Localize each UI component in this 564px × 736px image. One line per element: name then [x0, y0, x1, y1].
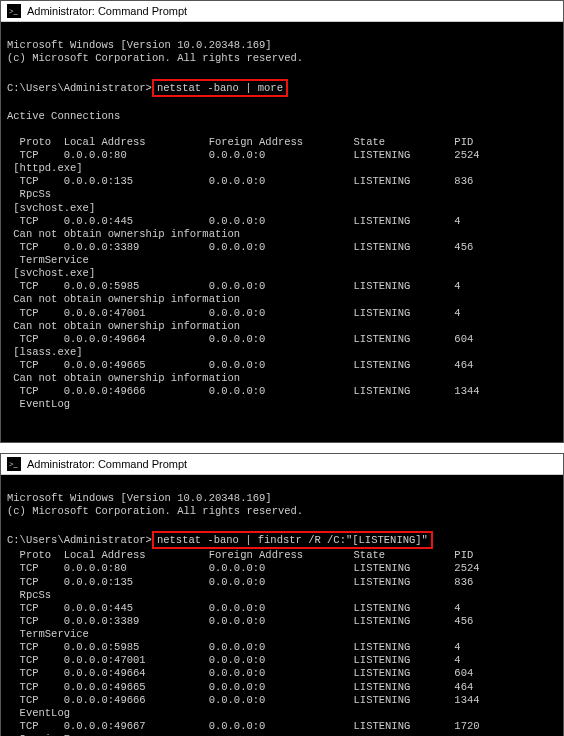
- netstat-rows-2: TCP 0.0.0.0:80 0.0.0.0:0 LISTENING 2524 …: [7, 562, 557, 736]
- netstat-row: TCP 0.0.0.0:47001 0.0.0.0:0 LISTENING 4: [7, 307, 557, 320]
- netstat-row: TCP 0.0.0.0:47001 0.0.0.0:0 LISTENING 4: [7, 654, 557, 667]
- active-connections-header: Active Connections: [7, 110, 120, 122]
- terminal-output-2[interactable]: Microsoft Windows [Version 10.0.20348.16…: [1, 475, 563, 736]
- prompt-line-2: C:\Users\Administrator>netstat -bano | f…: [7, 534, 433, 546]
- column-header-2: Proto Local Address Foreign Address Stat…: [7, 549, 473, 561]
- netstat-row: Can not obtain ownership information: [7, 372, 557, 385]
- netstat-row: TCP 0.0.0.0:49665 0.0.0.0:0 LISTENING 46…: [7, 681, 557, 694]
- netstat-row: TCP 0.0.0.0:445 0.0.0.0:0 LISTENING 4: [7, 215, 557, 228]
- cmd-icon: >_: [7, 4, 21, 18]
- titlebar-1[interactable]: >_ Administrator: Command Prompt: [1, 1, 563, 22]
- prompt-prefix: C:\Users\Administrator>: [7, 534, 152, 546]
- netstat-row: TCP 0.0.0.0:3389 0.0.0.0:0 LISTENING 456: [7, 241, 557, 254]
- netstat-row: TCP 0.0.0.0:49664 0.0.0.0:0 LISTENING 60…: [7, 667, 557, 680]
- svg-text:>_: >_: [9, 460, 19, 469]
- prompt-line-1: C:\Users\Administrator>netstat -bano | m…: [7, 82, 288, 94]
- os-version-line: Microsoft Windows [Version 10.0.20348.16…: [7, 492, 272, 504]
- netstat-row: TermService: [7, 628, 557, 641]
- netstat-row: TCP 0.0.0.0:80 0.0.0.0:0 LISTENING 2524: [7, 149, 557, 162]
- cmd-window-1: >_ Administrator: Command Prompt Microso…: [0, 0, 564, 443]
- netstat-row: TCP 0.0.0.0:49664 0.0.0.0:0 LISTENING 60…: [7, 333, 557, 346]
- netstat-row: Can not obtain ownership information: [7, 320, 557, 333]
- netstat-row: TCP 0.0.0.0:49666 0.0.0.0:0 LISTENING 13…: [7, 385, 557, 398]
- netstat-row: RpcSs: [7, 589, 557, 602]
- netstat-row: TCP 0.0.0.0:49666 0.0.0.0:0 LISTENING 13…: [7, 694, 557, 707]
- window-title-2: Administrator: Command Prompt: [27, 458, 187, 470]
- terminal-output-1[interactable]: Microsoft Windows [Version 10.0.20348.16…: [1, 22, 563, 442]
- netstat-row: TCP 0.0.0.0:135 0.0.0.0:0 LISTENING 836: [7, 576, 557, 589]
- netstat-row: RpcSs: [7, 188, 557, 201]
- column-header-1: Proto Local Address Foreign Address Stat…: [7, 136, 473, 148]
- svg-text:>_: >_: [9, 7, 19, 16]
- titlebar-2[interactable]: >_ Administrator: Command Prompt: [1, 454, 563, 475]
- netstat-row: [svchost.exe]: [7, 202, 557, 215]
- netstat-row: [httpd.exe]: [7, 162, 557, 175]
- netstat-row: [svchost.exe]: [7, 267, 557, 280]
- netstat-row: TCP 0.0.0.0:5985 0.0.0.0:0 LISTENING 4: [7, 280, 557, 293]
- netstat-row: [lsass.exe]: [7, 346, 557, 359]
- cmd-window-2: >_ Administrator: Command Prompt Microso…: [0, 453, 564, 736]
- cmd-icon: >_: [7, 457, 21, 471]
- netstat-row: EventLog: [7, 398, 557, 411]
- netstat-row: TCP 0.0.0.0:445 0.0.0.0:0 LISTENING 4: [7, 602, 557, 615]
- netstat-row: TCP 0.0.0.0:49667 0.0.0.0:0 LISTENING 17…: [7, 720, 557, 733]
- netstat-row: Can not obtain ownership information: [7, 293, 557, 306]
- command-highlight-2: netstat -bano | findstr /R /C:"[LISTENIN…: [152, 531, 433, 549]
- netstat-row: EventLog: [7, 707, 557, 720]
- command-highlight-1: netstat -bano | more: [152, 79, 288, 97]
- netstat-row: TCP 0.0.0.0:3389 0.0.0.0:0 LISTENING 456: [7, 615, 557, 628]
- window-title-1: Administrator: Command Prompt: [27, 5, 187, 17]
- netstat-row: TCP 0.0.0.0:5985 0.0.0.0:0 LISTENING 4: [7, 641, 557, 654]
- netstat-rows-1: TCP 0.0.0.0:80 0.0.0.0:0 LISTENING 2524 …: [7, 149, 557, 412]
- netstat-row: TCP 0.0.0.0:135 0.0.0.0:0 LISTENING 836: [7, 175, 557, 188]
- netstat-row: TCP 0.0.0.0:80 0.0.0.0:0 LISTENING 2524: [7, 562, 557, 575]
- netstat-row: TCP 0.0.0.0:49665 0.0.0.0:0 LISTENING 46…: [7, 359, 557, 372]
- copyright-line: (c) Microsoft Corporation. All rights re…: [7, 505, 303, 517]
- prompt-prefix: C:\Users\Administrator>: [7, 82, 152, 94]
- os-version-line: Microsoft Windows [Version 10.0.20348.16…: [7, 39, 272, 51]
- copyright-line: (c) Microsoft Corporation. All rights re…: [7, 52, 303, 64]
- netstat-row: TermService: [7, 254, 557, 267]
- netstat-row: Can not obtain ownership information: [7, 228, 557, 241]
